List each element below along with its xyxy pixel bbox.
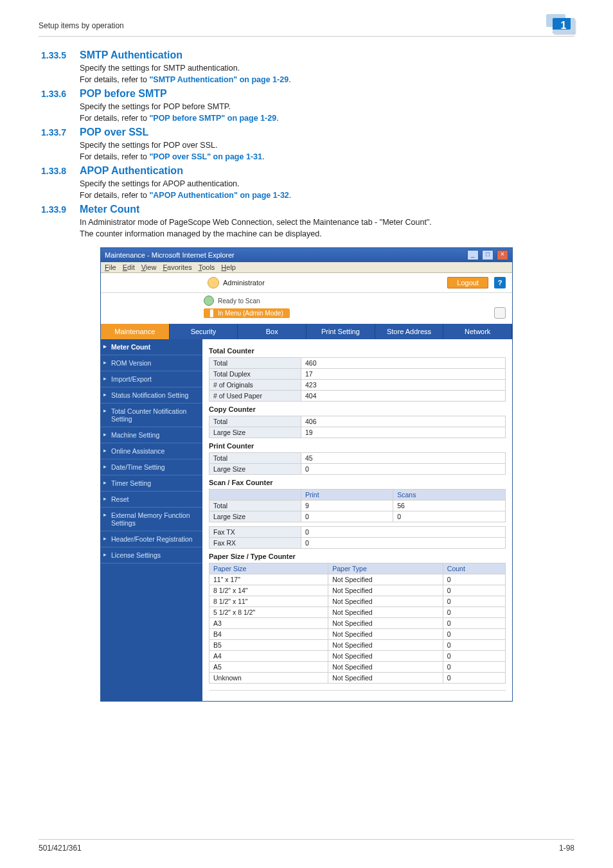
ie-menu-item[interactable]: View — [141, 263, 157, 271]
table-value: 460 — [301, 358, 506, 369]
section-body: Specify the settings for SMTP authentica… — [80, 64, 574, 73]
sidebar-item[interactable]: Online Assistance — [101, 443, 202, 459]
window-title: Maintenance - Microsoft Internet Explore… — [105, 251, 235, 259]
paper-size: B4 — [209, 629, 328, 640]
section-body: In Administrator mode of PageScope Web C… — [80, 218, 574, 227]
xref-link[interactable]: "POP over SSL" on page 1-31 — [149, 152, 262, 161]
xref-link[interactable]: "APOP Authentication" on page 1-32 — [149, 191, 289, 200]
copy-counter-table: Total406Large Size19 — [209, 416, 506, 438]
section-title: POP over SSL — [80, 127, 148, 137]
help-icon[interactable]: ? — [494, 277, 506, 288]
admin-tab[interactable]: Box — [238, 324, 306, 339]
admin-tab[interactable]: Network — [443, 324, 512, 339]
paper-type: Not Specified — [328, 607, 443, 618]
refresh-icon[interactable] — [494, 307, 506, 319]
maximize-icon[interactable]: □ — [482, 250, 493, 260]
section-body: Specify the settings for POP before SMTP… — [80, 102, 574, 111]
table-header: Paper Type — [328, 563, 443, 574]
sidebar-item[interactable]: External Memory Function Settings — [101, 508, 202, 531]
paper-size: 5 1/2" x 8 1/2" — [209, 607, 328, 618]
table-label: # of Originals — [209, 380, 301, 391]
fax-counter-table: Fax TX0Fax RX0 — [209, 526, 506, 549]
admin-sidebar: Meter CountROM VersionImport/ExportStatu… — [101, 339, 202, 701]
paper-type: Not Specified — [328, 618, 443, 629]
table-header — [209, 490, 301, 500]
status-indicator-icon — [204, 296, 214, 306]
logout-button[interactable]: Logout — [447, 277, 488, 288]
table-header: Scans — [393, 490, 506, 500]
paper-size: 11" x 17" — [209, 574, 328, 585]
paper-count: 0 — [443, 662, 505, 673]
sidebar-item[interactable]: Header/Footer Registration — [101, 531, 202, 547]
xref-link[interactable]: "POP before SMTP" on page 1-29 — [149, 114, 276, 123]
table-label: Total — [209, 416, 301, 427]
status-text: Ready to Scan — [218, 297, 260, 305]
ie-menu-item[interactable]: Help — [221, 263, 236, 271]
ie-menu-item[interactable]: File — [105, 263, 116, 271]
window-buttons: _ □ × — [466, 250, 508, 260]
paper-type: Not Specified — [328, 596, 443, 607]
admin-tab[interactable]: Maintenance — [101, 324, 170, 339]
sidebar-item[interactable]: ROM Version — [101, 355, 202, 371]
table-row: B4Not Specified0 — [209, 629, 506, 640]
ie-menu-item[interactable]: Tools — [199, 263, 215, 271]
total-counter-heading: Total Counter — [209, 347, 506, 355]
sidebar-item[interactable]: Total Counter Notification Setting — [101, 403, 202, 427]
ie-menu-item[interactable]: Edit — [123, 263, 135, 271]
sidebar-item[interactable]: Status Notification Setting — [101, 387, 202, 403]
table-label: Total — [209, 358, 301, 369]
print-counter-table: Total45Large Size0 — [209, 452, 506, 475]
chapter-badge: 1 — [553, 18, 574, 33]
sidebar-item[interactable]: Date/Time Setting — [101, 459, 202, 475]
minimize-icon[interactable]: _ — [467, 250, 479, 260]
sidebar-item[interactable]: Meter Count — [101, 339, 202, 355]
paper-count: 0 — [443, 651, 505, 662]
mode-badge: ▋ In Menu (Admin Mode) — [204, 308, 290, 318]
table-row: 8 1/2" x 14"Not Specified0 — [209, 585, 506, 596]
table-header: Count — [443, 563, 505, 574]
paper-counter-table: Paper SizePaper TypeCount11" x 17"Not Sp… — [209, 563, 506, 684]
paper-size: 8 1/2" x 11" — [209, 596, 328, 607]
xref-link[interactable]: "SMTP Authentication" on page 1-29 — [149, 75, 289, 84]
paper-count: 0 — [443, 640, 505, 651]
sidebar-item[interactable]: Timer Setting — [101, 475, 202, 492]
admin-tab[interactable]: Store Address — [375, 324, 444, 339]
sidebar-item[interactable]: Machine Setting — [101, 427, 202, 443]
table-value: 0 — [301, 464, 506, 475]
close-icon[interactable]: × — [497, 250, 508, 260]
section-body: For details, refer to "POP before SMTP" … — [80, 114, 574, 123]
table-label: Large Size — [209, 464, 301, 475]
section-body: The counter information managed by the m… — [80, 229, 574, 238]
paper-size: A3 — [209, 618, 328, 629]
ie-menu-item[interactable]: Favorites — [163, 263, 191, 271]
table-value: 423 — [301, 380, 506, 391]
table-label: # of Used Paper — [209, 391, 301, 402]
browser-screenshot: Maintenance - Microsoft Internet Explore… — [100, 247, 513, 702]
footer-model: 501/421/361 — [39, 844, 82, 853]
table-row: 5 1/2" x 8 1/2"Not Specified0 — [209, 607, 506, 618]
sidebar-item[interactable]: License Settings — [101, 547, 202, 563]
paper-type: Not Specified — [328, 574, 443, 585]
scanfax-heading: Scan / Fax Counter — [209, 479, 506, 486]
footer-page: 1-98 — [559, 844, 574, 853]
table-value: 0 — [393, 511, 506, 522]
table-row: A5Not Specified0 — [209, 662, 506, 673]
sidebar-item[interactable]: Import/Export — [101, 371, 202, 387]
sidebar-item[interactable]: Reset — [101, 492, 202, 508]
table-value: 19 — [301, 427, 506, 438]
admin-tab[interactable]: Security — [170, 324, 238, 339]
paper-count: 0 — [443, 607, 505, 618]
table-value: 406 — [301, 416, 506, 427]
table-row: 11" x 17"Not Specified0 — [209, 574, 506, 585]
paper-type: Not Specified — [328, 673, 443, 684]
section-number: 1.33.7 — [41, 127, 80, 137]
table-row: B5Not Specified0 — [209, 640, 506, 651]
table-row: A3Not Specified0 — [209, 618, 506, 629]
mode-text: In Menu (Admin Mode) — [218, 310, 283, 317]
section-title: Meter Count — [80, 204, 139, 215]
table-row: A4Not Specified0 — [209, 651, 506, 662]
toner-icon: ▋ — [210, 310, 215, 317]
admin-tab[interactable]: Print Setting — [306, 324, 375, 339]
section-title: SMTP Authentication — [80, 49, 182, 60]
paper-size: 8 1/2" x 14" — [209, 585, 328, 596]
